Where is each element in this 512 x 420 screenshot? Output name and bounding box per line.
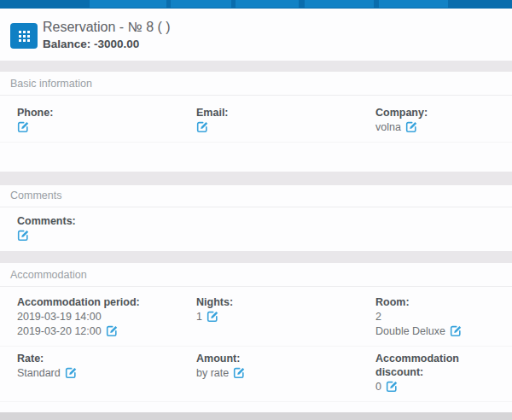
- room-label: Room:: [375, 295, 502, 309]
- company-value: volna: [375, 121, 401, 133]
- field-rate: Rate: Standard: [17, 352, 196, 394]
- company-label: Company:: [375, 106, 502, 120]
- rate-value: Standard: [17, 367, 61, 379]
- edit-icon[interactable]: [196, 120, 209, 133]
- field-company: Company: volna: [375, 106, 502, 134]
- page-title: Reservation - № 8 ( ): [43, 20, 171, 35]
- discount-value: 0: [375, 381, 381, 393]
- nights-label: Nights:: [196, 295, 375, 309]
- grid-dots-icon: [19, 31, 21, 33]
- section-accommodation: Accommodation Accommodation period: 2019…: [0, 263, 512, 412]
- field-email: Email:: [196, 106, 375, 134]
- top-nav-bar: [0, 0, 512, 9]
- edit-icon[interactable]: [386, 380, 399, 393]
- nav-tab[interactable]: [90, 0, 166, 8]
- balance-text: Balance: -3000.00: [43, 38, 139, 50]
- edit-icon[interactable]: [106, 324, 119, 337]
- nights-value: 1: [196, 311, 202, 323]
- nav-tab[interactable]: [305, 0, 374, 8]
- field-accommodation-discount: Accommodation discount: 0: [375, 352, 502, 394]
- discount-label: Accommodation discount:: [375, 352, 502, 379]
- reservation-header: Reservation - № 8 ( ) Balance: -3000.00: [0, 9, 512, 61]
- section-title-accommodation: Accommodation: [0, 263, 512, 287]
- edit-icon[interactable]: [207, 310, 219, 323]
- room-type: Double Deluxe: [375, 325, 445, 337]
- nav-tab[interactable]: [236, 0, 299, 8]
- field-nights: Nights: 1: [196, 295, 375, 338]
- nav-tab[interactable]: [379, 0, 448, 8]
- period-label: Accommodation period:: [17, 295, 196, 309]
- room-number: 2: [375, 311, 381, 323]
- edit-icon[interactable]: [450, 324, 463, 337]
- amount-label: Amount:: [196, 352, 375, 365]
- edit-icon[interactable]: [65, 366, 78, 379]
- phone-label: Phone:: [17, 106, 196, 120]
- nav-tab[interactable]: [171, 0, 231, 8]
- edit-icon[interactable]: [405, 120, 418, 133]
- grid-icon[interactable]: [10, 23, 38, 49]
- period-to: 2019-03-20 12:00: [17, 325, 102, 337]
- section-title-basic: Basic information: [0, 72, 512, 96]
- field-accommodation-period: Accommodation period: 2019-03-19 14:00 2…: [17, 295, 196, 338]
- section-title-comments: Comments: [0, 185, 512, 207]
- rate-label: Rate:: [17, 352, 196, 365]
- email-label: Email:: [196, 106, 375, 120]
- bottom-divider-band: [0, 412, 512, 420]
- comments-label: Comments:: [17, 214, 502, 228]
- section-comments: Comments Comments:: [0, 185, 512, 251]
- period-from: 2019-03-19 14:00: [17, 311, 102, 323]
- field-phone: Phone:: [17, 106, 196, 134]
- field-room: Room: 2 Double Deluxe: [375, 295, 502, 338]
- edit-icon[interactable]: [17, 120, 30, 133]
- field-amount: Amount: by rate: [196, 352, 375, 394]
- section-basic-information: Basic information Phone: Email: Company:…: [0, 72, 512, 172]
- edit-icon[interactable]: [17, 229, 30, 242]
- edit-icon[interactable]: [233, 366, 246, 379]
- amount-value: by rate: [196, 367, 229, 379]
